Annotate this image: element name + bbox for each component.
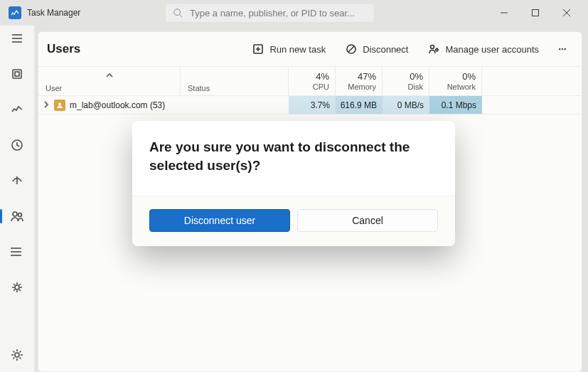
toolbar-disconnect-label: Disconnect	[363, 44, 408, 55]
svg-point-32	[565, 48, 566, 50]
nav-performance[interactable]	[0, 97, 34, 122]
nav-startup[interactable]	[0, 168, 34, 193]
col-header-status[interactable]: Status	[181, 67, 289, 95]
user-name-text: m_lab@outlook.com (53)	[70, 100, 165, 110]
more-icon	[559, 43, 566, 55]
toolbar-run-label: Run new task	[269, 44, 326, 55]
svg-line-1	[180, 15, 183, 18]
cell-name: m_lab@outlook.com (53)	[38, 96, 181, 114]
network-label: Network	[447, 83, 476, 91]
svg-point-0	[174, 9, 181, 16]
cpu-label: CPU	[313, 83, 329, 91]
col-header-memory[interactable]: 47% Memory	[336, 67, 383, 95]
disconnect-icon	[346, 43, 357, 55]
dialog-title: Are you sure you want to disconnect the …	[149, 138, 438, 174]
svg-line-27	[348, 46, 354, 52]
col-header-network[interactable]: 0% Network	[429, 67, 482, 95]
cell-disk: 0 MB/s	[383, 96, 429, 114]
expand-chevron-icon[interactable]	[43, 100, 50, 110]
col-header-name[interactable]: User	[38, 67, 181, 95]
manage-accounts-button[interactable]: Manage user accounts	[421, 39, 546, 59]
search-placeholder: Type a name, publisher, or PID to sear..…	[190, 8, 355, 18]
run-task-icon	[252, 43, 264, 55]
run-new-task-button[interactable]: Run new task	[245, 39, 333, 59]
network-pct: 0%	[462, 71, 476, 82]
memory-label: Memory	[348, 83, 376, 91]
svg-point-28	[431, 46, 434, 49]
nav-users[interactable]	[0, 203, 34, 229]
svg-point-31	[562, 48, 563, 50]
sidebar	[0, 26, 35, 372]
svg-point-18	[11, 248, 12, 249]
col-header-disk[interactable]: 0% Disk	[383, 67, 429, 95]
col-header-cpu[interactable]: 4% CPU	[289, 67, 336, 95]
cell-network: 0.1 Mbps	[429, 96, 482, 114]
cell-memory: 616.9 MB	[336, 96, 383, 114]
disk-pct: 0%	[410, 71, 423, 82]
user-avatar-icon	[54, 100, 65, 111]
svg-point-29	[436, 49, 438, 51]
hamburger-menu[interactable]	[0, 26, 34, 51]
svg-point-33	[58, 102, 61, 105]
content-header: Users Run new task Disconnect Manage use…	[38, 32, 582, 66]
toolbar-manage-label: Manage user accounts	[445, 44, 539, 55]
svg-rect-10	[15, 72, 19, 76]
nav-app-history[interactable]	[0, 132, 34, 158]
svg-point-22	[15, 353, 19, 357]
cell-cpu: 3.7%	[289, 96, 336, 114]
svg-point-20	[11, 255, 12, 256]
disk-label: Disk	[408, 83, 423, 91]
svg-point-13	[13, 212, 17, 216]
page-title: Users	[47, 42, 80, 56]
svg-rect-9	[13, 70, 21, 78]
col-name-label: User	[46, 84, 173, 92]
dialog-disconnect-button[interactable]: Disconnect user	[149, 209, 290, 232]
nav-settings[interactable]	[0, 342, 34, 368]
dialog-cancel-button[interactable]: Cancel	[297, 209, 438, 232]
manage-accounts-icon	[428, 43, 439, 55]
confirm-dialog: Are you sure you want to disconnect the …	[132, 121, 455, 246]
table-header: User Status 4% CPU 47% Memory 0% Disk 0%…	[38, 66, 582, 96]
table-row[interactable]: m_lab@outlook.com (53) 3.7% 616.9 MB 0 M…	[38, 96, 582, 115]
search-icon	[173, 8, 183, 18]
cell-status	[181, 96, 289, 114]
nav-details[interactable]	[0, 239, 34, 265]
svg-point-19	[11, 252, 12, 253]
col-status-label: Status	[188, 84, 281, 92]
svg-point-21	[15, 285, 19, 289]
nav-processes[interactable]	[0, 61, 34, 87]
nav-services[interactable]	[0, 275, 34, 300]
cpu-pct: 4%	[316, 71, 329, 82]
search-input[interactable]: Type a name, publisher, or PID to sear..…	[165, 3, 375, 23]
memory-pct: 47%	[358, 71, 376, 82]
more-button[interactable]	[552, 39, 573, 59]
svg-point-30	[559, 48, 560, 50]
svg-point-14	[18, 213, 22, 217]
sort-indicator	[106, 68, 113, 81]
toolbar: Run new task Disconnect Manage user acco…	[245, 39, 573, 59]
disconnect-button[interactable]: Disconnect	[338, 39, 415, 59]
